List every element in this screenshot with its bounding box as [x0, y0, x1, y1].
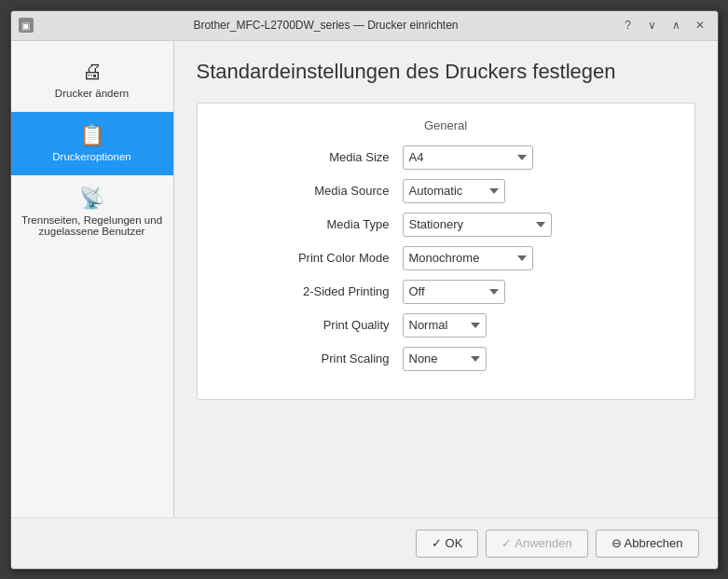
sidebar-item-drucker-aendern[interactable]: 🖨 Drucker ändern: [11, 48, 173, 112]
two-sided-printing-row: 2-Sided Printing Off Long-edge binding S…: [216, 280, 676, 304]
sidebar-item-trennseiten[interactable]: 📡 Trennseiten, Regelungen und zugelassen…: [11, 175, 173, 250]
window-icon: ▣: [19, 18, 34, 33]
print-color-mode-select[interactable]: Monochrome Color Auto: [403, 246, 533, 270]
sidebar-item-druckeroptionen[interactable]: 📋 Druckeroptionen: [11, 112, 173, 175]
media-source-label: Media Source: [216, 184, 403, 198]
section-heading: General: [216, 118, 676, 132]
media-type-select[interactable]: Stationery Plain Paper Recycled Labels: [403, 213, 552, 237]
content-area: 🖨 Drucker ändern 📋 Druckeroptionen 📡 Tre…: [11, 41, 718, 517]
print-quality-label: Print Quality: [216, 318, 403, 332]
main-content: Standardeinstellungen des Druckers festl…: [174, 41, 718, 517]
titlebar: ▣ Brother_MFC-L2700DW_series — Drucker e…: [11, 11, 718, 41]
sidebar-item-druckeroptionen-label: Druckeroptionen: [52, 151, 130, 162]
media-type-label: Media Type: [216, 217, 403, 231]
titlebar-controls: ? ∨ ∧ ✕: [618, 16, 709, 34]
print-quality-row: Print Quality Normal Fine Draft: [216, 313, 676, 338]
media-size-label: Media Size: [216, 150, 403, 164]
sidebar-item-drucker-aendern-label: Drucker ändern: [55, 88, 129, 99]
window-title: Brother_MFC-L2700DW_series — Drucker ein…: [193, 19, 458, 32]
minimize-button[interactable]: ∨: [642, 16, 661, 34]
media-size-select[interactable]: A4 Letter Legal A3 B5: [403, 145, 533, 170]
settings-panel: General Media Size A4 Letter Legal A3 B5…: [197, 103, 695, 400]
media-size-row: Media Size A4 Letter Legal A3 B5: [216, 145, 676, 170]
media-source-row: Media Source Automatic Tray 1 Manual: [216, 179, 676, 203]
footer: ✓ OK ✓ Anwenden ⊖ Abbrechen: [11, 517, 718, 569]
media-type-row: Media Type Stationery Plain Paper Recycl…: [216, 213, 676, 237]
print-scaling-select[interactable]: None Fit to Page Custom: [403, 347, 487, 371]
trennseiten-icon: 📡: [79, 188, 104, 209]
ok-button[interactable]: ✓ OK: [416, 530, 478, 558]
help-button[interactable]: ?: [618, 16, 637, 34]
two-sided-printing-label: 2-Sided Printing: [216, 284, 403, 298]
print-scaling-label: Print Scaling: [216, 352, 403, 365]
apply-button[interactable]: ✓ Anwenden: [486, 530, 587, 558]
maximize-button[interactable]: ∧: [666, 16, 685, 34]
print-color-mode-label: Print Color Mode: [216, 251, 403, 265]
options-icon: 📋: [79, 125, 104, 145]
page-title: Standardeinstellungen des Druckers festl…: [197, 60, 695, 84]
cancel-button[interactable]: ⊖ Abbrechen: [596, 530, 699, 558]
print-quality-select[interactable]: Normal Fine Draft: [403, 313, 487, 338]
sidebar: 🖨 Drucker ändern 📋 Druckeroptionen 📡 Tre…: [11, 41, 174, 517]
printer-icon: 🖨: [82, 62, 103, 82]
sidebar-item-trennseiten-label: Trennseiten, Regelungen und zugelassene …: [19, 214, 166, 237]
print-color-mode-row: Print Color Mode Monochrome Color Auto: [216, 246, 676, 270]
media-source-select[interactable]: Automatic Tray 1 Manual: [403, 179, 505, 203]
close-button[interactable]: ✕: [691, 16, 709, 34]
print-scaling-row: Print Scaling None Fit to Page Custom: [216, 347, 676, 371]
main-window: ▣ Brother_MFC-L2700DW_series — Drucker e…: [10, 10, 719, 570]
two-sided-printing-select[interactable]: Off Long-edge binding Short-edge binding: [403, 280, 505, 304]
